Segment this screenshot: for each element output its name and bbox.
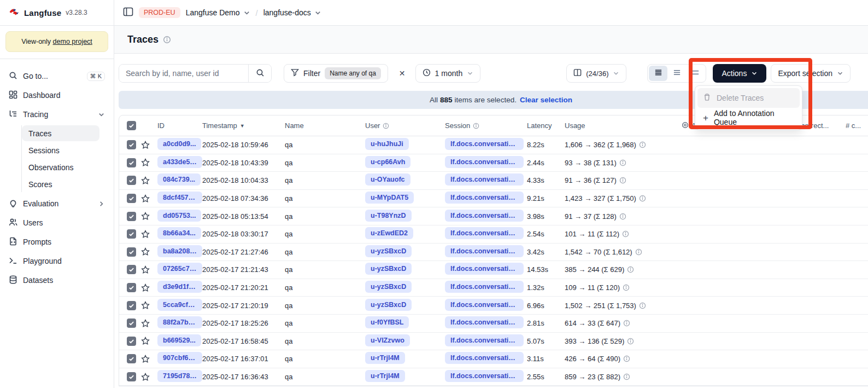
info-icon[interactable] bbox=[473, 123, 479, 129]
sidebar-item-datasets[interactable]: Datasets bbox=[4, 272, 109, 288]
trace-id-badge[interactable]: b669529... bbox=[157, 334, 201, 346]
session-badge[interactable]: lf.docs.conversation... bbox=[445, 263, 524, 275]
search-submit-button[interactable] bbox=[248, 65, 271, 82]
info-icon[interactable] bbox=[163, 36, 171, 44]
trace-id-badge[interactable]: ba8a208f... bbox=[157, 245, 202, 257]
star-icon[interactable] bbox=[141, 212, 150, 221]
row-checkbox[interactable] bbox=[127, 337, 136, 346]
col-header-usage[interactable]: Usage bbox=[565, 121, 682, 130]
info-icon[interactable] bbox=[639, 141, 646, 148]
row-checkbox[interactable] bbox=[127, 140, 136, 149]
trace-id-badge[interactable]: 88f2a7b0... bbox=[157, 316, 202, 328]
info-icon[interactable] bbox=[639, 195, 646, 202]
actions-button[interactable]: Actions bbox=[713, 64, 766, 83]
col-header-user[interactable]: User bbox=[365, 121, 445, 130]
info-icon[interactable] bbox=[627, 266, 634, 273]
row-checkbox[interactable] bbox=[127, 247, 136, 257]
sidebar-item-users[interactable]: Users bbox=[4, 215, 109, 231]
col-header-timestamp[interactable]: Timestamp▼ bbox=[202, 121, 285, 130]
col-header-id[interactable]: ID bbox=[157, 121, 202, 130]
user-badge[interactable]: u-yzSBxcD bbox=[365, 281, 412, 293]
table-row[interactable]: 5cca9cf2... 2025-02-17 21:20:19 qa u-yzS… bbox=[119, 297, 868, 315]
session-badge[interactable]: lf.docs.conversation... bbox=[445, 352, 524, 364]
row-height-large-button[interactable] bbox=[686, 66, 705, 81]
user-badge[interactable]: u-huJhuJi bbox=[365, 138, 409, 150]
sidebar-item-prompts[interactable]: Prompts bbox=[4, 234, 109, 250]
trace-id-badge[interactable]: 07265c7a... bbox=[157, 263, 202, 275]
session-badge[interactable]: lf.docs.conversation... bbox=[445, 138, 524, 150]
clear-filter-button[interactable]: ✕ bbox=[396, 67, 409, 80]
table-row[interactable]: 8b66a34... 2025-02-18 03:30:17 qa u-zEwd… bbox=[119, 225, 868, 244]
user-badge[interactable]: u-yzSBxcD bbox=[365, 299, 412, 311]
row-checkbox[interactable] bbox=[127, 354, 136, 363]
export-selection-button[interactable]: Export selection bbox=[771, 64, 851, 83]
session-badge[interactable]: lf.docs.conversation... bbox=[445, 299, 524, 311]
info-icon[interactable] bbox=[639, 302, 646, 309]
info-icon[interactable] bbox=[623, 320, 630, 327]
table-row[interactable]: d3e9d1f2... 2025-02-17 21:20:21 qa u-yzS… bbox=[119, 279, 868, 297]
trace-id-badge[interactable]: 907cbf6e... bbox=[157, 352, 202, 364]
user-badge[interactable]: u-zEwdED2 bbox=[365, 227, 413, 239]
sidebar-item-evaluation[interactable]: Evaluation bbox=[4, 195, 109, 212]
col-header-session[interactable]: Session bbox=[445, 121, 527, 130]
menu-item-delete-traces[interactable]: Delete Traces bbox=[697, 88, 800, 108]
session-badge[interactable]: lf.docs.conversation... bbox=[445, 210, 524, 222]
user-badge[interactable]: u-OYauofc bbox=[365, 173, 410, 186]
clear-selection-link[interactable]: Clear selection bbox=[520, 96, 572, 104]
table-row[interactable]: 07265c7a... 2025-02-17 21:21:43 qa u-yzS… bbox=[119, 261, 868, 279]
star-icon[interactable] bbox=[141, 319, 150, 328]
info-icon[interactable] bbox=[623, 373, 630, 380]
trace-id-badge[interactable]: dd05753... bbox=[157, 210, 201, 222]
table-row[interactable]: 084c739... 2025-02-18 10:04:33 qa u-OYau… bbox=[119, 172, 868, 190]
row-checkbox[interactable] bbox=[127, 176, 136, 185]
sidebar-toggle-button[interactable] bbox=[123, 7, 133, 18]
trace-id-badge[interactable]: 084c739... bbox=[157, 173, 201, 186]
star-icon[interactable] bbox=[141, 373, 150, 381]
row-checkbox[interactable] bbox=[127, 301, 136, 310]
filter-value-badge[interactable]: Name any of qa bbox=[325, 67, 381, 79]
row-checkbox[interactable] bbox=[127, 158, 136, 167]
session-badge[interactable]: lf.docs.conversation... bbox=[445, 370, 524, 382]
info-icon[interactable] bbox=[619, 213, 626, 220]
session-badge[interactable]: lf.docs.conversation... bbox=[445, 227, 524, 239]
row-checkbox[interactable] bbox=[127, 372, 136, 381]
trace-id-badge[interactable]: 8b66a34... bbox=[157, 227, 201, 239]
star-icon[interactable] bbox=[141, 355, 150, 363]
session-badge[interactable]: lf.docs.conversation... bbox=[445, 173, 524, 186]
info-icon[interactable] bbox=[623, 284, 630, 291]
row-height-small-button[interactable] bbox=[649, 66, 667, 81]
star-icon[interactable] bbox=[141, 230, 150, 239]
user-badge[interactable]: u-cp66Avh bbox=[365, 156, 410, 168]
trace-id-badge[interactable]: d3e9d1f2... bbox=[157, 281, 202, 293]
row-checkbox[interactable] bbox=[127, 229, 136, 239]
sidebar-item-scores[interactable]: Scores bbox=[22, 176, 99, 192]
star-icon[interactable] bbox=[141, 247, 150, 256]
row-checkbox[interactable] bbox=[127, 318, 136, 328]
trace-id-badge[interactable]: 8dcf4574... bbox=[157, 192, 202, 204]
sidebar-item-playground[interactable]: Playground bbox=[4, 253, 109, 269]
table-row[interactable]: 907cbf6e... 2025-02-17 16:37:01 qa u-rTr… bbox=[119, 350, 868, 368]
user-badge[interactable]: u-yzSBxcD bbox=[365, 263, 412, 275]
col-header-score-cut[interactable]: # c... bbox=[846, 121, 868, 130]
row-checkbox[interactable] bbox=[127, 283, 136, 292]
session-badge[interactable]: lf.docs.conversation... bbox=[445, 334, 524, 346]
info-icon[interactable] bbox=[635, 248, 642, 256]
org-switcher[interactable]: Langfuse Demo bbox=[186, 8, 250, 17]
star-icon[interactable] bbox=[141, 283, 150, 292]
user-badge[interactable]: u-VIZzvwo bbox=[365, 334, 410, 346]
star-icon[interactable] bbox=[141, 337, 150, 345]
trace-id-badge[interactable]: a433de51... bbox=[157, 156, 202, 168]
row-checkbox[interactable] bbox=[127, 265, 136, 274]
user-badge[interactable]: u-MYpDAT5 bbox=[365, 192, 414, 204]
table-row[interactable]: a433de51... 2025-02-18 10:43:39 qa u-cp6… bbox=[119, 154, 868, 172]
row-height-medium-button[interactable] bbox=[667, 66, 686, 81]
session-badge[interactable]: lf.docs.conversation... bbox=[445, 281, 524, 293]
session-badge[interactable]: lf.docs.conversation... bbox=[445, 156, 524, 168]
col-header-name[interactable]: Name bbox=[285, 121, 365, 130]
star-icon[interactable] bbox=[141, 176, 150, 185]
filter-button[interactable]: Filter Name any of qa bbox=[284, 64, 388, 83]
info-icon[interactable] bbox=[622, 230, 629, 238]
star-icon[interactable] bbox=[141, 158, 150, 167]
demo-project-link[interactable]: demo project bbox=[53, 38, 92, 45]
info-icon[interactable] bbox=[383, 123, 389, 129]
